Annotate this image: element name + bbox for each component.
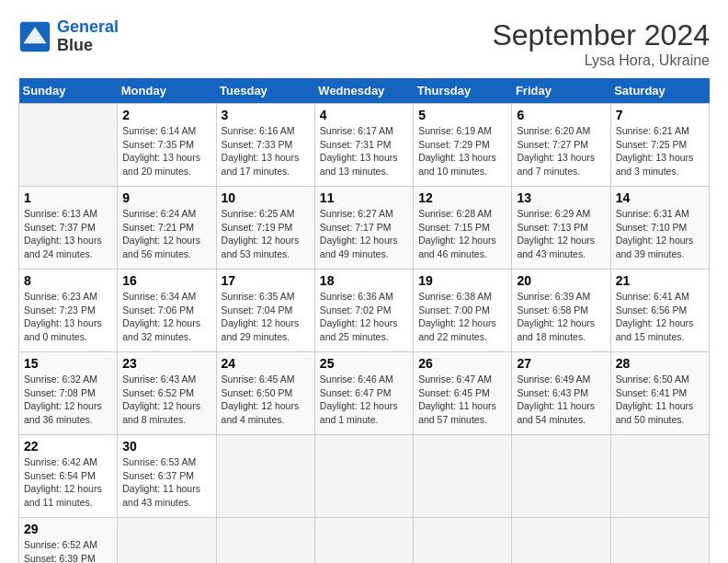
logo-text: General Blue <box>57 18 119 55</box>
header: General Blue September 2024 Lysa Hora, U… <box>18 18 710 69</box>
day-cell: 2Sunrise: 6:14 AMSunset: 7:35 PMDaylight… <box>118 104 216 187</box>
day-cell: 24Sunrise: 6:45 AMSunset: 6:50 PMDayligh… <box>216 352 314 435</box>
weekday-thursday: Thursday <box>414 78 512 104</box>
day-cell: 21Sunrise: 6:41 AMSunset: 6:56 PMDayligh… <box>610 270 709 352</box>
day-info: Sunrise: 6:46 AMSunset: 6:47 PMDaylight:… <box>320 373 398 425</box>
logo-icon <box>18 20 51 53</box>
day-cell: 8Sunrise: 6:23 AMSunset: 7:23 PMDaylight… <box>19 270 118 352</box>
day-info: Sunrise: 6:14 AMSunset: 7:35 PMDaylight:… <box>122 125 200 177</box>
day-info: Sunrise: 6:45 AMSunset: 6:50 PMDaylight:… <box>222 373 300 425</box>
day-number: 22 <box>24 439 112 454</box>
day-number: 8 <box>24 273 112 288</box>
day-info: Sunrise: 6:23 AMSunset: 7:23 PMDaylight:… <box>24 291 102 342</box>
day-cell <box>314 518 413 564</box>
day-number: 23 <box>122 356 210 371</box>
day-number: 1 <box>24 190 112 205</box>
day-cell <box>216 435 314 518</box>
day-cell: 17Sunrise: 6:35 AMSunset: 7:04 PMDayligh… <box>216 270 314 352</box>
day-cell <box>610 435 709 518</box>
day-number: 4 <box>320 108 408 122</box>
day-info: Sunrise: 6:36 AMSunset: 7:02 PMDaylight:… <box>320 291 398 342</box>
day-cell: 11Sunrise: 6:27 AMSunset: 7:17 PMDayligh… <box>314 187 413 270</box>
title-area: September 2024 Lysa Hora, Ukraine <box>492 18 710 69</box>
day-cell: 15Sunrise: 6:32 AMSunset: 7:08 PMDayligh… <box>19 352 118 435</box>
weekday-saturday: Saturday <box>610 78 709 104</box>
location-title: Lysa Hora, Ukraine <box>492 52 710 69</box>
day-number: 6 <box>517 108 605 122</box>
weekday-sunday: Sunday <box>19 78 118 104</box>
day-number: 7 <box>616 108 704 122</box>
day-info: Sunrise: 6:47 AMSunset: 6:45 PMDaylight:… <box>418 373 496 425</box>
day-info: Sunrise: 6:31 AMSunset: 7:10 PMDaylight:… <box>616 208 694 259</box>
day-cell: 26Sunrise: 6:47 AMSunset: 6:45 PMDayligh… <box>414 352 512 435</box>
day-number: 27 <box>517 356 605 371</box>
day-info: Sunrise: 6:27 AMSunset: 7:17 PMDaylight:… <box>320 208 398 259</box>
month-title: September 2024 <box>492 18 710 52</box>
day-number: 5 <box>418 108 506 122</box>
day-cell: 14Sunrise: 6:31 AMSunset: 7:10 PMDayligh… <box>610 187 709 270</box>
day-cell: 22Sunrise: 6:42 AMSunset: 6:54 PMDayligh… <box>19 435 118 518</box>
day-cell <box>314 435 413 518</box>
weekday-monday: Monday <box>118 78 216 104</box>
day-number: 11 <box>320 190 408 205</box>
day-info: Sunrise: 6:39 AMSunset: 6:58 PMDaylight:… <box>517 291 595 342</box>
day-cell: 5Sunrise: 6:19 AMSunset: 7:29 PMDaylight… <box>414 104 512 187</box>
day-cell <box>19 104 118 187</box>
day-cell <box>414 518 512 564</box>
day-cell <box>216 518 314 564</box>
weekday-wednesday: Wednesday <box>314 78 413 104</box>
day-number: 17 <box>222 273 310 288</box>
day-number: 15 <box>24 356 112 371</box>
day-cell: 18Sunrise: 6:36 AMSunset: 7:02 PMDayligh… <box>314 270 413 352</box>
week-row-6: 29Sunrise: 6:52 AMSunset: 6:39 PMDayligh… <box>19 518 710 564</box>
day-cell: 9Sunrise: 6:24 AMSunset: 7:21 PMDaylight… <box>118 187 216 270</box>
weekday-header-row: SundayMondayTuesdayWednesdayThursdayFrid… <box>19 78 710 104</box>
day-info: Sunrise: 6:29 AMSunset: 7:13 PMDaylight:… <box>517 208 595 259</box>
day-number: 29 <box>24 522 112 536</box>
day-info: Sunrise: 6:35 AMSunset: 7:04 PMDaylight:… <box>222 291 300 342</box>
day-cell: 7Sunrise: 6:21 AMSunset: 7:25 PMDaylight… <box>610 104 709 187</box>
calendar-body: 2Sunrise: 6:14 AMSunset: 7:35 PMDaylight… <box>19 104 710 564</box>
day-number: 21 <box>616 273 704 288</box>
day-cell: 27Sunrise: 6:49 AMSunset: 6:43 PMDayligh… <box>512 352 610 435</box>
day-info: Sunrise: 6:19 AMSunset: 7:29 PMDaylight:… <box>418 125 496 177</box>
logo: General Blue <box>18 18 119 55</box>
calendar-table: SundayMondayTuesdayWednesdayThursdayFrid… <box>18 78 710 563</box>
day-number: 18 <box>320 273 408 288</box>
day-number: 2 <box>122 108 210 122</box>
day-cell: 4Sunrise: 6:17 AMSunset: 7:31 PMDaylight… <box>314 104 413 187</box>
day-cell <box>512 518 610 564</box>
day-info: Sunrise: 6:13 AMSunset: 7:37 PMDaylight:… <box>24 208 102 259</box>
day-number: 10 <box>222 190 310 205</box>
day-cell: 23Sunrise: 6:43 AMSunset: 6:52 PMDayligh… <box>118 352 216 435</box>
day-cell: 12Sunrise: 6:28 AMSunset: 7:15 PMDayligh… <box>414 187 512 270</box>
week-row-3: 8Sunrise: 6:23 AMSunset: 7:23 PMDaylight… <box>19 270 710 352</box>
week-row-2: 1Sunrise: 6:13 AMSunset: 7:37 PMDaylight… <box>19 187 710 270</box>
day-info: Sunrise: 6:50 AMSunset: 6:41 PMDaylight:… <box>616 373 694 425</box>
day-info: Sunrise: 6:53 AMSunset: 6:37 PMDaylight:… <box>122 456 200 508</box>
day-cell <box>414 435 512 518</box>
weekday-friday: Friday <box>512 78 610 104</box>
day-info: Sunrise: 6:38 AMSunset: 7:00 PMDaylight:… <box>418 291 496 342</box>
day-info: Sunrise: 6:49 AMSunset: 6:43 PMDaylight:… <box>517 373 595 425</box>
day-info: Sunrise: 6:20 AMSunset: 7:27 PMDaylight:… <box>517 125 595 177</box>
day-number: 19 <box>418 273 506 288</box>
weekday-tuesday: Tuesday <box>216 78 314 104</box>
day-info: Sunrise: 6:28 AMSunset: 7:15 PMDaylight:… <box>418 208 496 259</box>
day-cell: 1Sunrise: 6:13 AMSunset: 7:37 PMDaylight… <box>19 187 118 270</box>
day-number: 14 <box>616 190 704 205</box>
day-cell <box>118 518 216 564</box>
day-info: Sunrise: 6:43 AMSunset: 6:52 PMDaylight:… <box>122 373 200 425</box>
day-cell: 19Sunrise: 6:38 AMSunset: 7:00 PMDayligh… <box>414 270 512 352</box>
day-cell: 25Sunrise: 6:46 AMSunset: 6:47 PMDayligh… <box>314 352 413 435</box>
day-number: 28 <box>616 356 704 371</box>
day-cell: 30Sunrise: 6:53 AMSunset: 6:37 PMDayligh… <box>118 435 216 518</box>
day-info: Sunrise: 6:21 AMSunset: 7:25 PMDaylight:… <box>616 125 694 177</box>
day-info: Sunrise: 6:32 AMSunset: 7:08 PMDaylight:… <box>24 373 102 425</box>
day-info: Sunrise: 6:41 AMSunset: 6:56 PMDaylight:… <box>616 291 694 342</box>
week-row-1: 2Sunrise: 6:14 AMSunset: 7:35 PMDaylight… <box>19 104 710 187</box>
day-info: Sunrise: 6:34 AMSunset: 7:06 PMDaylight:… <box>122 291 200 342</box>
day-cell: 10Sunrise: 6:25 AMSunset: 7:19 PMDayligh… <box>216 187 314 270</box>
day-cell: 20Sunrise: 6:39 AMSunset: 6:58 PMDayligh… <box>512 270 610 352</box>
day-number: 20 <box>517 273 605 288</box>
